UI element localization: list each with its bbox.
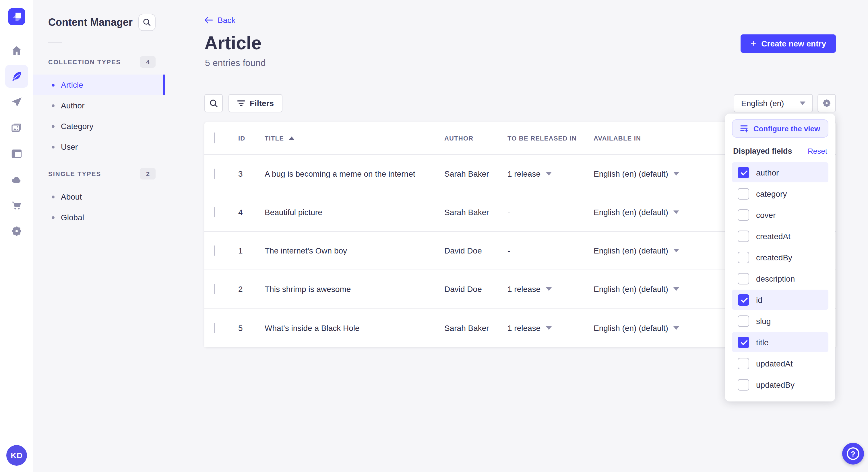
- collection-types-header: COLLECTION TYPES 4: [48, 56, 156, 68]
- cell-released-in[interactable]: 1 release: [507, 323, 594, 332]
- field-toggle-row[interactable]: category: [732, 183, 828, 204]
- cell-released-in[interactable]: 1 release: [507, 169, 594, 178]
- bullet-icon: [52, 125, 55, 128]
- sidebar-collection-type-item[interactable]: Article: [33, 74, 165, 95]
- field-checkbox[interactable]: [738, 315, 749, 327]
- sidebar-divider: [48, 42, 62, 43]
- column-header-title[interactable]: TITLE: [265, 135, 444, 142]
- field-toggle-row[interactable]: createdAt: [732, 226, 828, 246]
- field-checkbox[interactable]: [738, 230, 749, 242]
- releases-paper-plane-icon[interactable]: [5, 91, 28, 113]
- home-icon[interactable]: [5, 39, 28, 62]
- chevron-down-icon: [546, 287, 551, 291]
- reset-link[interactable]: Reset: [808, 147, 827, 156]
- user-avatar[interactable]: KD: [6, 445, 27, 466]
- cell-released-in[interactable]: -: [507, 208, 594, 217]
- content-manager-feather-icon[interactable]: [5, 65, 28, 88]
- field-checkbox[interactable]: [738, 251, 749, 263]
- cloud-icon[interactable]: [5, 168, 28, 191]
- entries-count: 5 entries found: [205, 58, 266, 68]
- cell-author: Sarah Baker: [444, 169, 507, 178]
- sidebar-item-label: User: [61, 142, 78, 151]
- column-header-id[interactable]: ID: [238, 135, 265, 142]
- sidebar-single-type-item[interactable]: About: [33, 187, 165, 207]
- view-settings-gear-button[interactable]: [817, 94, 836, 112]
- sidebar-collection-type-item[interactable]: Category: [33, 116, 165, 136]
- media-library-icon[interactable]: [5, 116, 28, 139]
- row-checkbox[interactable]: [214, 284, 215, 294]
- help-button[interactable]: ?: [842, 443, 864, 465]
- field-checkbox[interactable]: [738, 294, 749, 305]
- field-toggle-row[interactable]: cover: [732, 205, 828, 225]
- field-toggle-row[interactable]: author: [732, 162, 828, 182]
- bullet-icon: [52, 83, 55, 86]
- locale-select[interactable]: English (en): [734, 94, 813, 112]
- field-toggle-row[interactable]: createdBy: [732, 247, 828, 267]
- column-header-released[interactable]: TO BE RELEASED IN: [507, 135, 594, 142]
- field-toggle-row[interactable]: updatedAt: [732, 353, 828, 373]
- content-type-builder-icon[interactable]: [5, 142, 28, 165]
- settings-gear-icon[interactable]: [5, 220, 28, 243]
- back-link[interactable]: Back: [205, 15, 236, 25]
- column-header-author[interactable]: AUTHOR: [444, 135, 507, 142]
- field-checkbox[interactable]: [738, 167, 749, 178]
- field-label: title: [756, 338, 769, 347]
- plus-icon: +: [750, 38, 756, 48]
- field-toggle-row[interactable]: updatedBy: [732, 374, 828, 395]
- sort-ascending-icon: [288, 136, 294, 140]
- sidebar-collection-type-item[interactable]: User: [33, 136, 165, 157]
- configure-the-view-button[interactable]: Configure the view: [732, 119, 828, 138]
- single-types-list: About Global: [33, 187, 165, 228]
- gear-icon: [822, 98, 832, 108]
- create-new-entry-button[interactable]: + Create new entry: [741, 34, 836, 53]
- chevron-down-icon: [546, 172, 551, 175]
- field-checkbox[interactable]: [738, 336, 749, 348]
- cell-title: What's inside a Black Hole: [265, 323, 444, 332]
- cell-title: The internet's Own boy: [265, 246, 444, 255]
- strapi-logo-icon: [8, 8, 25, 25]
- search-icon: [143, 18, 152, 27]
- cell-released-in[interactable]: 1 release: [507, 284, 594, 294]
- field-toggle-row[interactable]: id: [732, 290, 828, 310]
- marketplace-cart-icon[interactable]: [5, 194, 28, 217]
- sidebar-single-type-item[interactable]: Global: [33, 207, 165, 228]
- select-all-checkbox[interactable]: [214, 133, 215, 143]
- collection-types-count-badge: 4: [140, 56, 156, 68]
- sidebar-search-button[interactable]: [138, 14, 156, 31]
- row-checkbox[interactable]: [214, 207, 215, 217]
- displayed-fields-title: Displayed fields: [733, 147, 792, 156]
- field-label: updatedAt: [756, 359, 793, 368]
- sidebar-title: Content Manager: [48, 16, 133, 28]
- single-types-count-badge: 2: [140, 168, 156, 179]
- field-checkbox[interactable]: [738, 209, 749, 221]
- row-checkbox[interactable]: [214, 323, 215, 333]
- sidebar-item-label: About: [61, 192, 82, 201]
- cell-title: Beautiful picture: [265, 208, 444, 217]
- field-toggle-row[interactable]: slug: [732, 311, 828, 331]
- field-checkbox[interactable]: [738, 273, 749, 284]
- nav-rail: KD: [0, 0, 33, 472]
- field-label: createdBy: [756, 252, 792, 262]
- displayed-fields-list: author category cover createdAt createdB…: [732, 162, 828, 395]
- field-checkbox[interactable]: [738, 188, 749, 199]
- filters-button[interactable]: Filters: [228, 94, 282, 112]
- field-toggle-row[interactable]: title: [732, 332, 828, 352]
- cell-id: 1: [238, 246, 265, 255]
- row-checkbox[interactable]: [214, 169, 215, 179]
- field-toggle-row[interactable]: description: [732, 268, 828, 289]
- field-checkbox[interactable]: [738, 358, 749, 369]
- cell-released-in[interactable]: -: [507, 246, 594, 255]
- table-search-button[interactable]: [205, 94, 223, 112]
- field-label: description: [756, 274, 795, 283]
- locale-value: English (en): [741, 99, 784, 108]
- cell-author: Sarah Baker: [444, 323, 507, 332]
- bullet-icon: [52, 195, 55, 198]
- create-button-label: Create new entry: [761, 39, 826, 48]
- back-arrow-icon: [205, 16, 213, 24]
- row-checkbox[interactable]: [214, 245, 215, 256]
- chevron-down-icon: [673, 172, 679, 175]
- chevron-down-icon: [673, 326, 679, 330]
- sidebar-collection-type-item[interactable]: Author: [33, 95, 165, 116]
- field-checkbox[interactable]: [738, 379, 749, 390]
- field-label: updatedBy: [756, 380, 795, 389]
